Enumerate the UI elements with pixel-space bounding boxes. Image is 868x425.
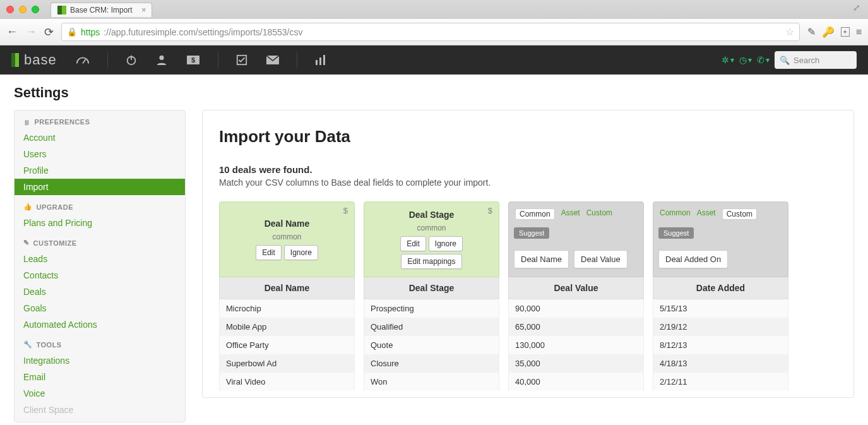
dashboard-icon[interactable] — [69, 51, 96, 69]
svg-rect-8 — [316, 60, 318, 65]
mail-icon[interactable] — [260, 52, 285, 68]
column: $Deal NamecommonEditIgnoreDeal NameMicro… — [219, 201, 355, 391]
ignore-button[interactable]: Ignore — [429, 236, 463, 251]
column-data-header: Deal Stage — [364, 277, 499, 299]
svg-text:$: $ — [191, 56, 195, 64]
minimize-window-icon[interactable] — [19, 6, 27, 13]
svg-rect-10 — [323, 55, 325, 65]
window-maximize-icon[interactable]: ⤢ — [853, 3, 860, 13]
filter-tab-common[interactable]: Common — [660, 208, 691, 220]
mapping-subtype: common — [417, 224, 446, 232]
mapping-title: Deal Name — [265, 218, 310, 229]
sidebar-group-header: ✎CUSTOMIZE — [15, 231, 185, 251]
data-cell: Viral Video — [219, 373, 355, 391]
bookmark-icon[interactable]: ☆ — [785, 26, 794, 38]
browser-chrome: Base CRM: Import × ← → ⟳ 🔒 https://app.f… — [0, 0, 868, 45]
reload-icon[interactable]: ⟳ — [44, 25, 54, 39]
sidebar-item-import[interactable]: Import — [15, 179, 185, 195]
sidebar-item-deals[interactable]: Deals — [15, 284, 185, 300]
edit-button[interactable]: Edit — [400, 236, 426, 251]
filter-tab-asset[interactable]: Asset — [697, 208, 716, 220]
column-data-header: Deal Value — [508, 277, 644, 299]
ignore-button[interactable]: Ignore — [284, 245, 318, 260]
sidebar-item-profile[interactable]: Profile — [15, 162, 185, 179]
sidebar-item-contacts[interactable]: Contacts — [15, 267, 185, 284]
data-cell: Mobile App — [219, 318, 355, 336]
data-cell: 5/15/13 — [653, 299, 788, 318]
logo-icon — [11, 53, 19, 67]
pencil-icon: ✎ — [23, 239, 30, 247]
browser-toolbar: ← → ⟳ 🔒 https://app.futuresimple.com/set… — [0, 19, 868, 45]
field-chip[interactable]: Deal Name — [514, 250, 569, 268]
favicon-icon — [57, 6, 66, 15]
sidebar-item-voice[interactable]: Voice — [15, 385, 185, 402]
browser-menu-icon[interactable]: ≡ — [856, 27, 862, 38]
data-cell: Quote — [364, 336, 499, 354]
data-cell: 40,000 — [508, 373, 644, 391]
chart-icon[interactable] — [309, 51, 333, 69]
filter-tab-custom[interactable]: Custom — [586, 208, 612, 220]
edit-button[interactable]: Edit — [256, 245, 282, 260]
edit_mappings-button[interactable]: Edit mappings — [401, 254, 461, 269]
data-cell: Superbowl Ad — [219, 354, 355, 373]
back-icon[interactable]: ← — [6, 25, 18, 39]
sidebar-item-client-space[interactable]: Client Space — [15, 402, 185, 418]
filter-tab-custom[interactable]: Custom — [722, 208, 757, 220]
search-icon: 🔍 — [780, 56, 790, 65]
help-text: Match your CSV columns to Base deal fiel… — [219, 177, 837, 188]
check-icon[interactable] — [230, 51, 254, 69]
wrench-icon: 🔧 — [23, 340, 33, 349]
phone-dropdown[interactable]: ✆▾ — [757, 55, 770, 65]
sidebar-item-email[interactable]: Email — [15, 369, 185, 385]
data-cell: 8/12/13 — [653, 336, 788, 354]
browser-tab[interactable]: Base CRM: Import × — [51, 3, 152, 17]
column-head: CommonAssetCustomSuggestDeal Added On — [653, 201, 788, 277]
power-icon[interactable] — [119, 51, 143, 69]
mapping-columns: $Deal NamecommonEditIgnoreDeal NameMicro… — [219, 201, 837, 391]
person-icon[interactable] — [150, 51, 174, 69]
app-nav: base $ ✲▾ ◷▾ ✆▾ 🔍 Search — [0, 45, 868, 75]
main-title: Import your Data — [219, 127, 837, 147]
settings-dropdown[interactable]: ✲▾ — [722, 55, 734, 65]
logo[interactable]: base — [11, 52, 57, 68]
data-cell: 2/19/12 — [653, 318, 788, 336]
extension-box-icon[interactable]: + — [841, 27, 850, 37]
sidebar-item-automated-actions[interactable]: Automated Actions — [15, 316, 185, 333]
extension-key-icon[interactable]: 🔑 — [822, 26, 835, 38]
sidebar-group-header: 🔧TOOLS — [15, 333, 185, 352]
data-cell: Prospecting — [364, 299, 499, 318]
settings-sidebar: ⫼PREFERENCESAccountUsersProfileImport👍UP… — [14, 110, 186, 422]
svg-line-0 — [83, 59, 86, 63]
extension-icon[interactable]: ✎ — [807, 26, 816, 38]
data-cell: Office Party — [219, 336, 355, 354]
close-tab-icon[interactable]: × — [141, 5, 146, 15]
forward-icon[interactable]: → — [25, 25, 37, 39]
sidebar-item-goals[interactable]: Goals — [15, 300, 185, 316]
sidebar-item-account[interactable]: Account — [15, 129, 185, 146]
tab-title: Base CRM: Import — [70, 6, 133, 15]
activity-dropdown[interactable]: ◷▾ — [739, 55, 752, 65]
global-search[interactable]: 🔍 Search — [775, 51, 857, 69]
mapping-subtype: common — [272, 232, 301, 241]
money-icon[interactable]: $ — [180, 51, 206, 69]
data-cell: 130,000 — [508, 336, 644, 354]
url-protocol: https — [81, 27, 100, 37]
zoom-window-icon[interactable] — [32, 6, 39, 13]
column-data-header: Date Added — [653, 277, 788, 299]
field-chip[interactable]: Deal Value — [574, 250, 627, 268]
data-cell: 4/18/13 — [653, 354, 788, 373]
suggest-badge[interactable]: Suggest — [514, 227, 549, 239]
column: CommonAssetCustomSuggestDeal NameDeal Va… — [508, 201, 644, 391]
main-panel: Import your Data 10 deals were found. Ma… — [202, 110, 854, 398]
suggest-badge[interactable]: Suggest — [658, 227, 694, 239]
sidebar-item-integrations[interactable]: Integrations — [15, 352, 185, 369]
address-bar[interactable]: 🔒 https://app.futuresimple.com/settings/… — [61, 23, 800, 41]
sidebar-item-plans-and-pricing[interactable]: Plans and Pricing — [15, 215, 185, 231]
filter-tab-asset[interactable]: Asset — [561, 208, 580, 220]
sidebar-item-leads[interactable]: Leads — [15, 251, 185, 267]
field-chip[interactable]: Deal Added On — [658, 250, 728, 268]
filter-tab-common[interactable]: Common — [515, 208, 555, 220]
sidebar-item-users[interactable]: Users — [15, 146, 185, 162]
close-window-icon[interactable] — [6, 6, 14, 13]
column-head: CommonAssetCustomSuggestDeal NameDeal Va… — [508, 201, 644, 277]
